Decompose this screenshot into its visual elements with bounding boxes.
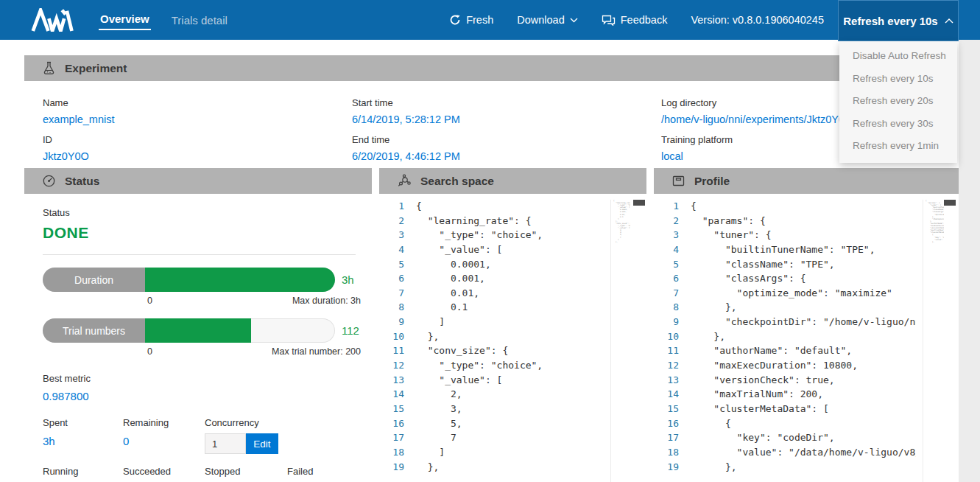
line-number: 15 xyxy=(654,402,679,416)
profile-panel: Profile 1 { 2 "params": { 3 "tuner": { xyxy=(654,168,959,482)
profile-editor[interactable]: 1 { 2 "params": { 3 "tuner": { 4 "builti… xyxy=(654,194,959,482)
download-button[interactable]: Download xyxy=(517,14,578,26)
progress-bar-max: Max duration: 3h xyxy=(292,296,361,306)
field-label: ID xyxy=(43,134,352,145)
divider xyxy=(43,254,356,255)
line-number: 2 xyxy=(379,214,404,228)
code-line: "checkpointDir": "/home/v-liguo/nni/chec… xyxy=(679,315,916,329)
line-number: 6 xyxy=(654,271,679,286)
counter-cell: Failed 1 xyxy=(287,466,362,482)
best-metric-label: Best metric xyxy=(43,373,362,384)
line-number: 7 xyxy=(379,286,404,301)
progress-bar-min: 0 xyxy=(147,296,152,306)
fresh-button[interactable]: Fresh xyxy=(449,14,493,26)
code-line-row: 19 }, xyxy=(379,460,621,475)
line-number: 12 xyxy=(654,358,679,373)
scrollbar-handle[interactable] xyxy=(633,200,645,206)
line-number: 19 xyxy=(379,460,404,475)
status-value: DONE xyxy=(43,224,362,242)
code-line: "optimize_mode": "maximize" xyxy=(679,286,916,301)
code-line-row: 2 "params": { xyxy=(654,214,916,228)
line-number: 6 xyxy=(379,271,404,286)
code-line-row: 7 "optimize_mode": "maximize" xyxy=(654,286,916,301)
counter-cell: Succeeded 111 xyxy=(123,466,205,482)
code-line: 3, xyxy=(404,402,621,416)
spent-cell: Spent 3h xyxy=(43,417,123,454)
progress-bar-track xyxy=(145,318,335,343)
tab-trials-detail[interactable]: Trials detail xyxy=(170,11,229,29)
chevron-up-icon xyxy=(945,18,953,24)
line-number: 12 xyxy=(379,358,404,373)
minimap[interactable]: { "params": { "tuner": { "builtinTunerNa… xyxy=(923,200,944,482)
progress-bar-label: Trial numbers xyxy=(43,318,145,343)
feedback-button[interactable]: Feedback xyxy=(602,14,668,26)
code-line: }, xyxy=(679,460,916,475)
counter-cell: Stopped 0 xyxy=(205,466,287,482)
refresh-menu-item[interactable]: Refresh every 1min xyxy=(839,135,957,158)
line-number: 15 xyxy=(379,402,404,416)
code-line: "value": "/data/home/v-liguo/v8/nni xyxy=(679,445,916,460)
code-line: "_type": "choice", xyxy=(404,228,621,242)
line-number: 4 xyxy=(379,242,404,257)
code-line: "builtinTunerName": "TPE", xyxy=(679,242,916,257)
refresh-menu-item[interactable]: Refresh every 20s xyxy=(839,90,957,113)
code-line: 0.0001, xyxy=(404,257,621,272)
code-line-row: 17 7 xyxy=(379,430,621,445)
code-line-row: 4 "_value": [ xyxy=(379,242,621,257)
code-line-row: 16 5, xyxy=(379,416,621,431)
concurrency-input[interactable] xyxy=(205,433,246,454)
code-line-row: 9 ] xyxy=(379,315,621,329)
progress-bar-value: 112 xyxy=(342,324,359,337)
line-number: 1 xyxy=(379,199,404,214)
experiment-field: ID Jktz0Y0O xyxy=(43,125,352,162)
experiment-field: Name example_mnist xyxy=(43,88,352,125)
search-space-panel-title: Search space xyxy=(420,175,494,188)
code-line-row: 5 0.0001, xyxy=(379,257,621,272)
search-space-editor[interactable]: 1 { 2 "learning_rate": { 3 "_type": "cho… xyxy=(379,194,646,482)
refresh-menu-item[interactable]: Refresh every 10s xyxy=(839,68,957,91)
code-line-row: 13 "_value": [ xyxy=(379,373,621,388)
field-label: End time xyxy=(352,134,661,145)
line-number: 13 xyxy=(654,373,679,388)
minimap[interactable]: { "learning_rate": { "_type": "choice", … xyxy=(610,200,630,482)
counter-label: Succeeded xyxy=(123,466,205,477)
code-line: "key": "codeDir", xyxy=(679,430,916,445)
status-panel: Status Status DONE Duration 3h xyxy=(24,168,372,482)
progress-bar-label: Duration xyxy=(43,268,145,292)
counter-label: Failed xyxy=(287,466,362,477)
progress-bar-block: Duration 3h 0 Max duration: 3h xyxy=(43,268,362,306)
code-line: 5, xyxy=(404,416,621,431)
line-number: 11 xyxy=(654,343,679,358)
code-line-row: 8 0.1 xyxy=(379,300,621,315)
experiment-field: Start time 6/14/2019, 5:28:12 PM xyxy=(352,88,661,125)
feedback-icon xyxy=(602,14,616,26)
progress-bar-track xyxy=(145,268,335,292)
code-line-row: 15 "clusterMetaData": [ xyxy=(654,402,916,416)
code-line-row: 3 "_type": "choice", xyxy=(379,228,621,242)
concurrency-edit-button[interactable]: Edit xyxy=(246,433,278,454)
status-panel-header: Status xyxy=(24,168,372,194)
counter-label: Running xyxy=(43,466,123,477)
code-line-row: 2 "learning_rate": { xyxy=(379,214,621,228)
feedback-label: Feedback xyxy=(621,14,668,26)
line-number: 9 xyxy=(654,315,679,329)
progress-bar-fill xyxy=(145,318,251,343)
refresh-menu-item[interactable]: Disable Auto Refresh xyxy=(839,45,957,68)
scrollbar-handle[interactable] xyxy=(944,200,956,206)
code-line: "_value": [ xyxy=(404,373,621,388)
line-number: 17 xyxy=(654,430,679,445)
refresh-menu-item[interactable]: Refresh every 30s xyxy=(839,113,957,136)
code-line-row: 12 "maxExecDuration": 10800, xyxy=(654,358,916,373)
progress-bar-fill xyxy=(145,268,335,292)
code-line: { xyxy=(404,199,621,214)
line-number: 5 xyxy=(379,257,404,272)
tab-overview[interactable]: Overview xyxy=(99,10,151,30)
code-line: { xyxy=(679,199,916,214)
download-label: Download xyxy=(517,14,565,26)
code-line-row: 13 "versionCheck": true, xyxy=(654,373,916,388)
experiment-panel: Experiment Name example_mnist ID Jktz0Y0… xyxy=(24,55,956,168)
refresh-interval-button[interactable]: Refresh every 10s xyxy=(838,0,959,41)
counter-cell: Running 0 xyxy=(43,466,123,482)
line-number: 18 xyxy=(654,445,679,460)
code-line: "classArgs": { xyxy=(679,271,916,286)
